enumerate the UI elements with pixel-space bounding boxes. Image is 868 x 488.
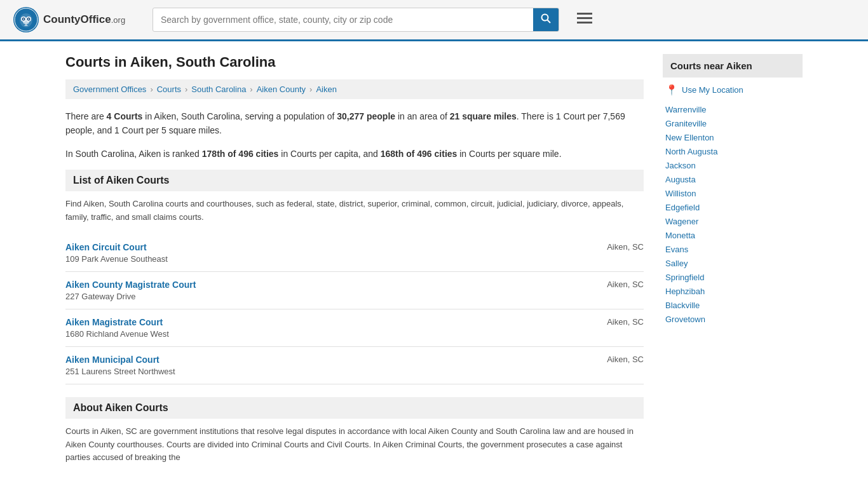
sidebar-nearby-10: Evans bbox=[665, 242, 800, 256]
sidebar-nearby-2: New Ellenton bbox=[665, 130, 800, 144]
sidebar-link-8[interactable]: Wagener bbox=[665, 217, 698, 226]
about-text: Courts in Aiken, SC are government insti… bbox=[65, 425, 644, 464]
sidebar-link-5[interactable]: Augusta bbox=[665, 175, 696, 184]
breadcrumb-sep-3: › bbox=[250, 85, 252, 94]
sidebar-location: 📍 Use My Location bbox=[663, 84, 803, 96]
desc-population: 30,277 people bbox=[337, 111, 395, 121]
sidebar-nearby-4: Jackson bbox=[665, 158, 800, 172]
court-city-0: Aiken, SC bbox=[580, 242, 644, 252]
court-name-0: Aiken Circuit Court bbox=[65, 242, 168, 252]
desc-rank1: 178th of 496 cities bbox=[202, 149, 279, 159]
court-city-2: Aiken, SC bbox=[580, 317, 644, 327]
breadcrumb-sep-4: › bbox=[309, 85, 312, 94]
search-area bbox=[153, 8, 559, 32]
use-location-link[interactable]: Use My Location bbox=[682, 85, 743, 95]
sidebar-link-10[interactable]: Evans bbox=[665, 245, 688, 254]
sidebar-nearby-6: Williston bbox=[665, 186, 800, 200]
svg-rect-15 bbox=[577, 22, 592, 24]
sidebar-header: Courts near Aiken bbox=[663, 54, 803, 78]
sidebar: Courts near Aiken 📍 Use My Location Warr… bbox=[663, 54, 803, 464]
breadcrumb-item-county[interactable]: Aiken County bbox=[257, 85, 306, 94]
court-item-3: Aiken Municipal Court 251 Laurens Street… bbox=[65, 347, 644, 384]
about-section-header: About Aiken Courts bbox=[65, 397, 644, 419]
sidebar-link-11[interactable]: Salley bbox=[665, 259, 688, 268]
sidebar-nearby-8: Wagener bbox=[665, 214, 800, 228]
court-link-2[interactable]: Aiken Magistrate Court bbox=[65, 317, 163, 327]
sidebar-link-7[interactable]: Edgefield bbox=[665, 203, 700, 212]
desc-period: . bbox=[219, 125, 222, 135]
svg-point-11 bbox=[542, 15, 548, 21]
sidebar-link-15[interactable]: Grovetown bbox=[665, 315, 705, 324]
court-link-1[interactable]: Aiken County Magistrate Court bbox=[65, 280, 196, 290]
desc-in-text: in Aiken, South Carolina, serving a popu… bbox=[142, 111, 337, 121]
sidebar-nearby-11: Salley bbox=[665, 256, 800, 270]
court-name-1: Aiken County Magistrate Court bbox=[65, 280, 196, 290]
sidebar-link-9[interactable]: Monetta bbox=[665, 231, 695, 240]
list-section-header: List of Aiken Courts bbox=[65, 170, 644, 191]
main-content: Courts in Aiken, South Carolina Governme… bbox=[65, 54, 644, 464]
search-button[interactable] bbox=[533, 8, 559, 31]
sidebar-nearby-0: Warrenville bbox=[665, 102, 800, 116]
desc-per-mile: , and 1 Court per 5 square miles bbox=[92, 125, 219, 135]
court-city-1: Aiken, SC bbox=[580, 280, 644, 289]
sidebar-link-14[interactable]: Blackville bbox=[665, 301, 700, 310]
svg-rect-14 bbox=[577, 17, 592, 19]
svg-line-12 bbox=[548, 20, 551, 24]
court-city-3: Aiken, SC bbox=[580, 355, 644, 364]
desc-rank1-suffix: in Courts per capita, and bbox=[278, 149, 380, 159]
list-description: Find Aiken, South Carolina courts and co… bbox=[65, 198, 644, 224]
sidebar-link-0[interactable]: Warrenville bbox=[665, 105, 707, 114]
search-input[interactable] bbox=[153, 10, 533, 30]
court-address-2: 1680 Richland Avenue West bbox=[65, 329, 169, 339]
sidebar-link-13[interactable]: Hephzibah bbox=[665, 287, 705, 296]
description-para-1: There are 4 Courts in Aiken, South Carol… bbox=[65, 109, 644, 138]
breadcrumb-item-gov[interactable]: Government Offices bbox=[73, 85, 146, 94]
search-icon bbox=[541, 13, 551, 24]
sidebar-link-1[interactable]: Graniteville bbox=[665, 119, 707, 128]
sidebar-nearby-12: Springfield bbox=[665, 270, 800, 284]
desc-rank2-suffix: in Courts per square mile. bbox=[457, 149, 561, 159]
court-item-2: Aiken Magistrate Court 1680 Richland Ave… bbox=[65, 309, 644, 347]
svg-point-7 bbox=[23, 18, 24, 20]
sidebar-nearby-9: Monetta bbox=[665, 228, 800, 242]
court-name-2: Aiken Magistrate Court bbox=[65, 317, 169, 327]
courts-list: Aiken Circuit Court 109 Park Avenue Sout… bbox=[65, 234, 644, 384]
desc-area: 21 square miles bbox=[450, 111, 517, 121]
sidebar-link-3[interactable]: North Augusta bbox=[665, 147, 717, 156]
svg-point-8 bbox=[28, 18, 29, 20]
page-title: Courts in Aiken, South Carolina bbox=[65, 54, 644, 71]
sidebar-nearby-1: Graniteville bbox=[665, 116, 800, 130]
sidebar-link-6[interactable]: Williston bbox=[665, 189, 696, 198]
desc-courts-count: 4 Courts bbox=[107, 111, 143, 121]
sidebar-nearby-15: Grovetown bbox=[665, 312, 800, 326]
page-container: Courts in Aiken, South Carolina Governme… bbox=[53, 41, 815, 477]
sidebar-link-2[interactable]: New Ellenton bbox=[665, 133, 714, 142]
sidebar-link-12[interactable]: Springfield bbox=[665, 273, 704, 282]
court-link-0[interactable]: Aiken Circuit Court bbox=[65, 242, 147, 252]
hamburger-icon bbox=[577, 13, 592, 24]
desc-area-text: in an area of bbox=[395, 111, 450, 121]
court-item-1: Aiken County Magistrate Court 227 Gatewa… bbox=[65, 272, 644, 309]
desc-ranked-intro: In South Carolina, Aiken is ranked bbox=[65, 149, 202, 159]
logo-text: CountyOffice.org bbox=[43, 13, 125, 26]
sidebar-nearby-list: Warrenville Graniteville New Ellenton No… bbox=[663, 102, 803, 326]
breadcrumb-item-sc[interactable]: South Carolina bbox=[191, 85, 246, 94]
breadcrumb: Government Offices › Courts › South Caro… bbox=[65, 79, 644, 99]
court-name-3: Aiken Municipal Court bbox=[65, 355, 175, 365]
logo-icon bbox=[13, 6, 39, 33]
breadcrumb-sep-2: › bbox=[185, 85, 187, 94]
court-link-3[interactable]: Aiken Municipal Court bbox=[65, 355, 159, 365]
breadcrumb-item-courts[interactable]: Courts bbox=[157, 85, 181, 94]
sidebar-nearby-5: Augusta bbox=[665, 172, 800, 186]
svg-rect-13 bbox=[577, 13, 592, 15]
breadcrumb-item-aiken[interactable]: Aiken bbox=[316, 85, 337, 94]
menu-button[interactable] bbox=[572, 9, 597, 30]
court-address-1: 227 Gateway Drive bbox=[65, 292, 196, 301]
court-address-3: 251 Laurens Street Northwest bbox=[65, 367, 175, 376]
sidebar-nearby-7: Edgefield bbox=[665, 200, 800, 214]
sidebar-link-4[interactable]: Jackson bbox=[665, 161, 696, 170]
court-address-0: 109 Park Avenue Southeast bbox=[65, 254, 168, 264]
location-pin-icon: 📍 bbox=[665, 84, 678, 96]
sidebar-nearby-13: Hephzibah bbox=[665, 284, 800, 298]
description-para-2: In South Carolina, Aiken is ranked 178th… bbox=[65, 147, 644, 161]
